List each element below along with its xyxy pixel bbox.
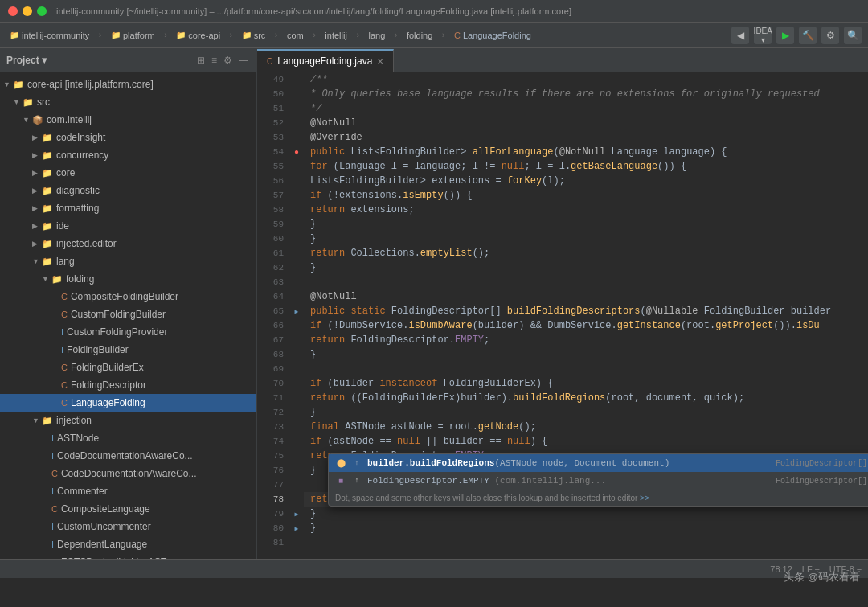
nav-item-platform[interactable]: 📁 platform <box>108 29 158 42</box>
tree-label: CustomUncommenter <box>57 521 151 532</box>
tree-label: injection <box>56 415 92 426</box>
package-icon: 📦 <box>32 115 43 125</box>
build-button[interactable]: 🔨 <box>799 27 817 44</box>
code-line-70: if (builder instanceof FoldingBuilderEx)… <box>304 376 868 391</box>
close-button[interactable] <box>8 6 18 16</box>
sidebar-collapse-button[interactable]: ≡ <box>210 53 219 68</box>
nav-item-core-api[interactable]: 📁 core-api <box>173 29 223 42</box>
gutter-57 <box>289 188 304 203</box>
line-num-65: 65 <box>257 304 289 318</box>
class-icon: C <box>51 504 58 514</box>
code-line-57: if (!extensions.isEmpty()) { <box>304 188 868 203</box>
autocomplete-popup[interactable]: ⬤ ↑ builder.buildFoldRegions(ASTNode nod… <box>328 453 868 507</box>
interface-icon: I <box>51 486 54 496</box>
nav-item-com[interactable]: com <box>284 29 307 42</box>
tree-item-lang[interactable]: ▼ 📁 lang <box>0 252 256 270</box>
tree-item-CustomFoldingBuilder[interactable]: C CustomFoldingBuilder <box>0 306 256 323</box>
folder-icon: 📁 <box>42 416 53 426</box>
tree-label: src <box>37 96 50 108</box>
sidebar-settings-button[interactable]: ⚙ <box>222 53 234 68</box>
tree-label: CustomFoldingProvider <box>67 326 167 338</box>
nav-item-lang[interactable]: lang <box>365 29 388 42</box>
line-num-80: 80 <box>257 521 289 535</box>
tree-item-formatting[interactable]: ▶ 📁 formatting <box>0 199 256 217</box>
tree-item-CustomUncommenter[interactable]: I CustomUncommenter <box>0 518 256 535</box>
nav-item-folding[interactable]: folding <box>403 29 436 42</box>
tree-label: concurrency <box>56 150 108 161</box>
settings-button[interactable]: ⚙ <box>821 27 839 44</box>
code-line-55: for (Language l = language; l != null; l… <box>304 159 868 174</box>
tree-item-folding[interactable]: ▼ 📁 folding <box>0 270 256 288</box>
gutter-73 <box>289 420 304 434</box>
tree-item-injection[interactable]: ▼ 📁 injection <box>0 412 256 429</box>
tree-label: FCTSBackedLighterAST <box>61 556 166 559</box>
run-button[interactable]: ▶ <box>776 27 794 44</box>
tree-label: com.intellij <box>47 114 92 125</box>
main-content: Project ▾ ⊞ ≡ ⚙ — ▼ 📁 core-api [intellij… <box>0 48 868 559</box>
tree-item-injected-editor[interactable]: ▶ 📁 injected.editor <box>0 235 256 252</box>
gutter-52 <box>289 116 304 130</box>
search-button[interactable]: 🔍 <box>844 27 862 44</box>
folder-icon: 📁 <box>51 274 63 285</box>
gutter-66 <box>289 318 304 333</box>
nav-label-intellij: intellij <box>325 31 347 40</box>
editor-gutter: ● ▶ <box>289 72 304 559</box>
nav-separator: › <box>393 31 399 40</box>
nav-actions: ◀ IDEA ▾ ▶ 🔨 ⚙ 🔍 <box>731 27 862 44</box>
override-icon-2: ↑ <box>351 475 362 486</box>
expand-arrow: ▶ <box>32 133 42 141</box>
tree-item-src[interactable]: ▼ 📁 src <box>0 93 256 111</box>
fold-marker-2: ▶ <box>295 511 299 518</box>
line-num-62: 62 <box>257 260 289 275</box>
back-button[interactable]: ◀ <box>731 27 749 44</box>
tree-item-concurrency[interactable]: ▶ 📁 concurrency <box>0 146 256 164</box>
tree-item-FoldingBuilderEx[interactable]: C FoldingBuilderEx <box>0 359 256 376</box>
tree-item-CompositeFoldingBuilder[interactable]: C CompositeFoldingBuilder <box>0 288 256 306</box>
line-num-68: 68 <box>257 347 289 362</box>
folder-icon: 📁 <box>42 133 53 143</box>
tree-item-DependentLanguage[interactable]: I DependentLanguage <box>0 535 256 553</box>
tree-label: CodeDocumentationAwareCo... <box>57 450 193 461</box>
gutter-59 <box>289 217 304 232</box>
code-line-61: return Collections.emptyList(); <box>304 246 868 260</box>
maximize-button[interactable] <box>37 6 47 16</box>
tree-item-diagnostic[interactable]: ▶ 📁 diagnostic <box>0 182 256 199</box>
tree-item-FoldingBuilder[interactable]: I FoldingBuilder <box>0 341 256 359</box>
sidebar-scope-button[interactable]: ⊞ <box>195 53 207 68</box>
tree-item-core-api[interactable]: ▼ 📁 core-api [intellij.platform.core] <box>0 76 256 93</box>
tree-item-com-intellij[interactable]: ▼ 📦 com.intellij <box>0 111 256 129</box>
nav-separator: › <box>312 31 317 40</box>
run-config-button[interactable]: IDEA ▾ <box>754 27 772 44</box>
tree-item-CodeDocAware1[interactable]: I CodeDocumentationAwareCo... <box>0 447 256 465</box>
autocomplete-item-1[interactable]: ■ ↑ FoldingDescriptor.EMPTY (com.intelli… <box>329 472 868 490</box>
nav-item-intellij[interactable]: intellij <box>321 29 350 42</box>
tree-item-LanguageFolding[interactable]: C LanguageFolding <box>0 394 256 412</box>
tree-item-Commenter[interactable]: I Commenter <box>0 482 256 500</box>
tree-label: core <box>56 167 75 178</box>
gutter-75 <box>289 449 304 463</box>
tree-item-CompositeLanguage[interactable]: C CompositeLanguage <box>0 500 256 518</box>
tree-item-ide[interactable]: ▶ 📁 ide <box>0 217 256 235</box>
tree-item-codeInsight[interactable]: ▶ 📁 codeInsight <box>0 129 256 146</box>
nav-item-root[interactable]: 📁 intellij-community <box>6 29 92 42</box>
tree-item-ASTNode[interactable]: I ASTNode <box>0 429 256 447</box>
tree-item-FoldingDescriptor[interactable]: C FoldingDescriptor <box>0 376 256 394</box>
autocomplete-item-0[interactable]: ⬤ ↑ builder.buildFoldRegions(ASTNode nod… <box>329 454 868 472</box>
expand-arrow: ▶ <box>32 240 42 248</box>
editor-tab-languagefolding[interactable]: C LanguageFolding.java ✕ <box>257 49 394 72</box>
minimize-button[interactable] <box>23 6 32 16</box>
hint-link[interactable]: >> <box>640 494 649 502</box>
line-num-77: 77 <box>257 478 289 492</box>
expand-arrow: ▼ <box>23 116 32 124</box>
tree-item-FCTSBackedLighterAST[interactable]: C FCTSBackedLighterAST <box>0 553 256 559</box>
tree-item-CodeDocAware2[interactable]: C CodeDocumentationAwareCo... <box>0 465 256 482</box>
code-editor[interactable]: 49 50 51 52 53 54 55 56 57 58 59 60 61 6… <box>257 72 868 559</box>
tree-item-core[interactable]: ▶ 📁 core <box>0 164 256 182</box>
tree-item-CustomFoldingProvider[interactable]: I CustomFoldingProvider <box>0 323 256 341</box>
tab-close-button[interactable]: ✕ <box>377 57 383 66</box>
sidebar-close-button[interactable]: — <box>237 53 250 68</box>
nav-label-lang: lang <box>368 31 385 40</box>
nav-item-src[interactable]: 📁 src <box>239 29 269 42</box>
nav-item-languagefolding[interactable]: C LanguageFolding <box>451 29 534 42</box>
code-line-73: final ASTNode astNode = root.getNode(); <box>304 420 868 434</box>
